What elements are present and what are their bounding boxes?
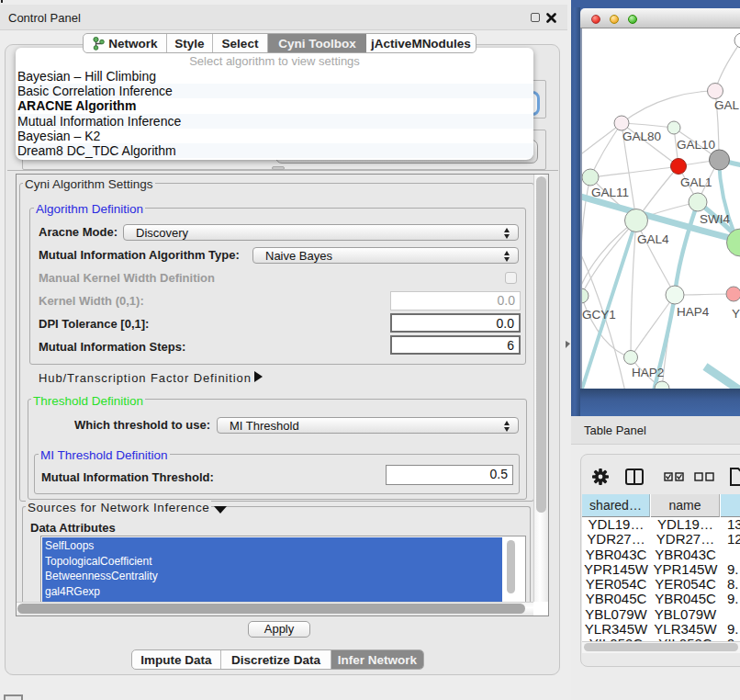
svg-text:GAL4: GAL4 [637, 232, 669, 246]
svg-text:SWI4: SWI4 [700, 212, 730, 226]
svg-text:Y: Y [732, 307, 740, 321]
svg-text:HAP2: HAP2 [632, 366, 664, 379]
svg-text:GAL1: GAL1 [680, 175, 712, 189]
svg-text:GAL: GAL [714, 98, 740, 112]
svg-text:GAL80: GAL80 [622, 130, 661, 143]
svg-text:GCY1: GCY1 [582, 308, 616, 322]
svg-text:HAP4: HAP4 [677, 305, 710, 319]
svg-text:GAL11: GAL11 [591, 186, 629, 199]
svg-text:GAL10: GAL10 [677, 138, 715, 152]
